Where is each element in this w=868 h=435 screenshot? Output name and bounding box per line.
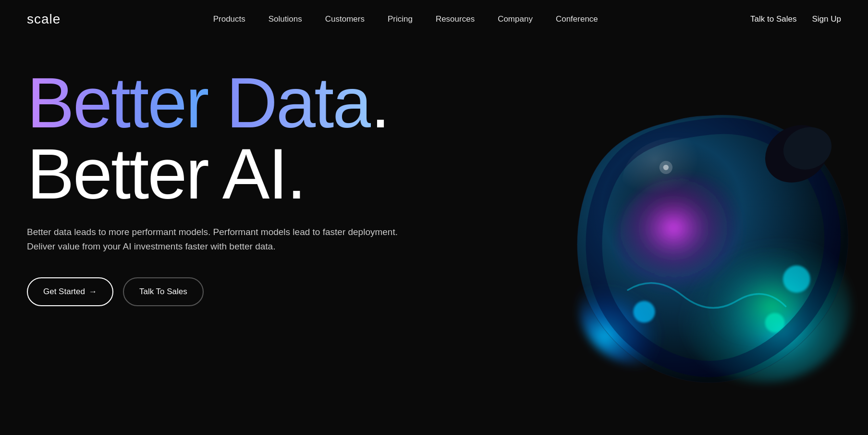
sign-up-link[interactable]: Sign Up — [812, 14, 841, 24]
hero-word-better: Better — [27, 63, 208, 142]
hero-title-line1: Better Data. — [27, 67, 459, 138]
nav-link-pricing[interactable]: Pricing — [388, 14, 413, 24]
hero-buttons: Get Started → Talk To Sales — [27, 277, 459, 306]
blob-3d — [546, 72, 868, 399]
hero-subtitle: Better data leads to more performant mod… — [27, 225, 411, 254]
hero-word-data: Data — [226, 63, 371, 142]
talk-to-sales-button[interactable]: Talk To Sales — [123, 277, 204, 306]
get-started-label: Get Started — [43, 287, 85, 297]
arrow-icon: → — [89, 287, 97, 297]
nav-link-resources[interactable]: Resources — [436, 14, 475, 24]
logo-text: scale — [27, 12, 61, 26]
nav-item-conference[interactable]: Conference — [556, 14, 598, 24]
nav-links: Products Solutions Customers Pricing Res… — [213, 14, 598, 24]
nav-actions: Talk to Sales Sign Up — [750, 14, 841, 24]
hero-title: Better Data. Better AI. — [27, 67, 459, 210]
nav-link-company[interactable]: Company — [498, 14, 533, 24]
get-started-button[interactable]: Get Started → — [27, 277, 113, 306]
nav-item-customers[interactable]: Customers — [325, 14, 365, 24]
talk-to-sales-link[interactable]: Talk to Sales — [750, 14, 796, 24]
nav-link-conference[interactable]: Conference — [556, 14, 598, 24]
svg-point-8 — [633, 301, 655, 323]
hero-dot-1: . — [371, 63, 389, 142]
nav-item-solutions[interactable]: Solutions — [269, 14, 302, 24]
hero-section: Better Data. Better AI. Better data lead… — [0, 38, 868, 435]
nav-link-products[interactable]: Products — [213, 14, 245, 24]
navbar: scale Products Solutions Customers Prici… — [0, 0, 868, 38]
logo[interactable]: scale — [27, 12, 61, 27]
nav-item-resources[interactable]: Resources — [436, 14, 475, 24]
nav-item-products[interactable]: Products — [213, 14, 245, 24]
hero-visual — [522, 38, 868, 435]
hero-title-line2: Better AI. — [27, 138, 459, 210]
nav-item-pricing[interactable]: Pricing — [388, 14, 413, 24]
nav-item-company[interactable]: Company — [498, 14, 533, 24]
talk-sales-label: Talk To Sales — [139, 287, 187, 297]
svg-point-6 — [783, 265, 810, 293]
svg-point-10 — [663, 165, 669, 170]
nav-link-customers[interactable]: Customers — [325, 14, 365, 24]
nav-link-solutions[interactable]: Solutions — [269, 14, 302, 24]
hero-content: Better Data. Better AI. Better data lead… — [27, 67, 459, 306]
